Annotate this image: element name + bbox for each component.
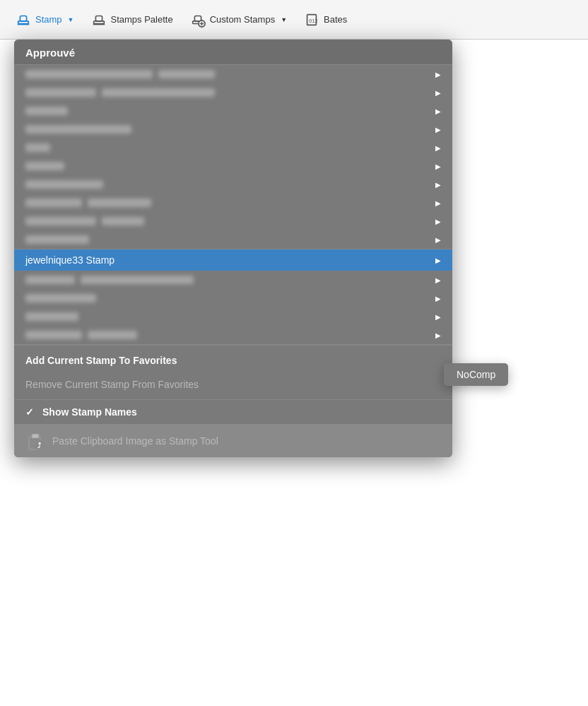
menu-section-header: Approuvé [14, 40, 452, 65]
blurred-bottom-section: ▶ ▶ ▶ ▶ [14, 271, 452, 345]
custom-stamps-chevron: ▼ [281, 16, 287, 23]
list-item[interactable]: ▶ [14, 120, 452, 139]
chevron-right-icon: ▶ [435, 295, 441, 302]
stamps-palette-label: Stamps Palette [111, 14, 173, 25]
chevron-right-icon: ▶ [435, 236, 441, 244]
svg-text:⤴: ⤴ [37, 442, 41, 449]
custom-stamps-label: Custom Stamps [210, 14, 275, 25]
stamp-button[interactable]: Stamp ▼ [8, 8, 81, 32]
bates-button[interactable]: 012 Bates [297, 8, 354, 32]
chevron-right-icon: ▶ [435, 313, 441, 321]
remove-favorites-item: Remove Current Stamp From Favorites [14, 372, 452, 396]
list-item[interactable]: ▶ [14, 230, 452, 249]
custom-stamps-button[interactable]: Custom Stamps ▼ [183, 8, 294, 32]
paste-icon: ⤴ [25, 431, 45, 451]
chevron-right-icon: ▶ [435, 257, 441, 264]
stamp-chevron: ▼ [68, 16, 74, 23]
list-item[interactable]: ▶ [14, 212, 452, 230]
chevron-right-icon: ▶ [435, 199, 441, 207]
list-item[interactable]: ▶ [14, 139, 452, 157]
chevron-right-icon: ▶ [435, 218, 441, 225]
list-item[interactable]: ▶ [14, 271, 452, 289]
stamp-label: Stamp [35, 14, 62, 25]
bates-label: Bates [324, 14, 347, 25]
list-item[interactable]: ▶ [14, 65, 452, 83]
list-item[interactable]: ▶ [14, 307, 452, 326]
add-favorites-item[interactable]: Add Current Stamp To Favorites [14, 348, 452, 372]
stamps-palette-button[interactable]: Stamps Palette [84, 8, 180, 32]
show-stamp-names-item[interactable]: ✓ Show Stamp Names [14, 399, 452, 424]
list-item[interactable]: ▶ [14, 289, 452, 307]
chevron-right-icon: ▶ [435, 144, 441, 152]
submenu-tooltip: NoComp [444, 363, 508, 386]
svg-rect-14 [32, 434, 39, 438]
svg-text:012: 012 [309, 17, 317, 23]
selected-menu-item[interactable]: jewelnique33 Stamp ▶ [14, 249, 452, 271]
toolbar: Stamp ▼ Stamps Palette Custom Stamps ▼ 0… [0, 0, 588, 40]
list-item[interactable]: ▶ [14, 157, 452, 175]
chevron-right-icon: ▶ [435, 331, 441, 339]
blurred-top-section: ▶ ▶ ▶ ▶ ▶ [14, 65, 452, 249]
chevron-right-icon: ▶ [435, 107, 441, 115]
list-item[interactable]: ▶ [14, 326, 452, 344]
list-item[interactable]: ▶ [14, 102, 452, 120]
list-item[interactable]: ▶ [14, 175, 452, 194]
checkmark-icon: ✓ [25, 406, 34, 418]
svg-rect-4 [95, 16, 102, 20]
paste-clipboard-item: ⤴ Paste Clipboard Image as Stamp Tool [14, 424, 452, 457]
chevron-right-icon: ▶ [435, 181, 441, 189]
list-item[interactable]: ▶ [14, 83, 452, 102]
chevron-right-icon: ▶ [435, 276, 441, 284]
menu-actions: Add Current Stamp To Favorites Remove Cu… [14, 345, 452, 399]
chevron-right-icon: ▶ [435, 89, 441, 97]
chevron-right-icon: ▶ [435, 163, 441, 170]
selected-item-label: jewelnique33 Stamp [25, 254, 430, 266]
chevron-right-icon: ▶ [435, 126, 441, 134]
chevron-right-icon: ▶ [435, 71, 441, 78]
svg-rect-1 [20, 16, 26, 20]
dropdown-menu: Approuvé ▶ ▶ ▶ [14, 40, 452, 457]
list-item[interactable]: ▶ [14, 194, 452, 212]
